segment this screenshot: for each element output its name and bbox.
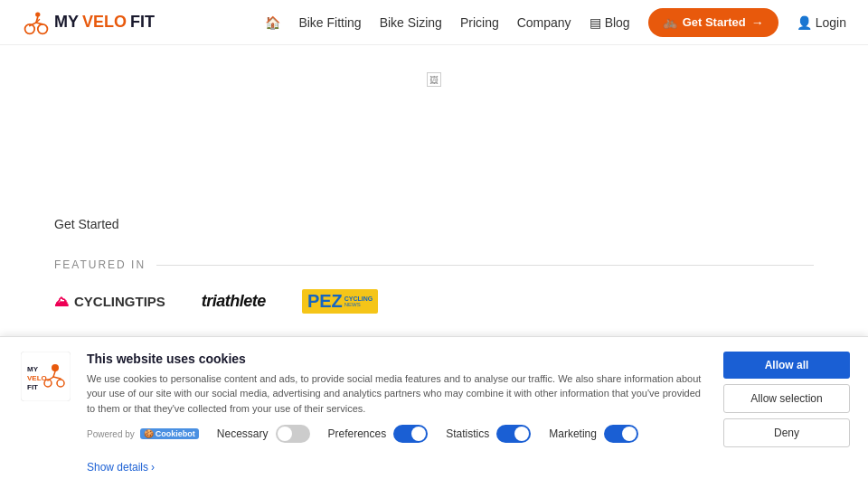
nav-links: 🏠 Bike Fitting Bike Sizing Pricing Compa… [265, 8, 846, 37]
marketing-toggle[interactable] [604, 425, 638, 443]
statistics-toggle[interactable] [496, 425, 531, 443]
cookiebot-icon: 🍪 [144, 429, 154, 438]
nav-company[interactable]: Company [517, 15, 571, 30]
featured-divider [156, 265, 814, 266]
hero-broken-image: 🖼 [427, 72, 441, 87]
ct-icon: ⛰ [54, 294, 69, 310]
show-details-link[interactable]: Show details › [87, 461, 155, 474]
triathlete-text: triathlete [202, 292, 266, 310]
logo-fit: FIT [130, 13, 155, 32]
main-content: 🖼 Get Started FEATURED IN ⛰ CYCLINGTIPS … [0, 45, 868, 332]
statistics-label: Statistics [446, 427, 489, 440]
show-details-arrow: › [151, 461, 155, 474]
featured-logos: ⛰ CYCLINGTIPS triathlete PEZ CYCLING NEW… [54, 289, 814, 314]
necessary-label: Necessary [217, 427, 269, 440]
login-link[interactable]: 👤 Login [797, 15, 846, 30]
get-started-button[interactable]: 🚲 Get Started → [648, 8, 778, 37]
logo-my: MY [54, 13, 79, 32]
cookie-logo: MY VELO FIT [18, 352, 72, 401]
nav-blog[interactable]: ▤ Blog [590, 15, 630, 30]
hero-image-area: 🖼 [54, 63, 814, 208]
cookie-logo-svg: MY VELO FIT [21, 352, 71, 401]
pez-cycling-wrap: CYCLING NEWS [344, 296, 373, 307]
marketing-knob [622, 427, 637, 441]
get-started-text: Get Started [54, 217, 814, 231]
show-details-text: Show details [87, 461, 148, 474]
necessary-toggle-group: Necessary [217, 425, 310, 443]
featured-label: FEATURED IN [54, 258, 146, 271]
cookie-buttons: Allow all Allow selection Deny [723, 352, 850, 447]
preferences-toggle-group: Preferences [328, 425, 429, 443]
featured-header: FEATURED IN [54, 258, 814, 271]
nav-bike-fitting[interactable]: Bike Fitting [298, 15, 361, 30]
user-icon: 👤 [797, 15, 812, 30]
cookie-content: This website uses cookies We use cookies… [87, 352, 709, 474]
arrow-icon: → [751, 15, 764, 30]
logo-velo: VELO [82, 13, 127, 32]
site-logo[interactable]: MYVELOFIT [22, 8, 155, 37]
marketing-toggle-group: Marketing [549, 425, 638, 443]
cookiebot-powered: Powered by 🍪 Cookiebot [87, 428, 199, 439]
allow-selection-button[interactable]: Allow selection [723, 384, 850, 413]
nav-pricing[interactable]: Pricing [460, 15, 499, 30]
pez-text: PEZ [307, 291, 343, 312]
cookiebot-badge: 🍪 Cookiebot [140, 428, 199, 439]
cyclingtips-text: CYCLINGTIPS [74, 294, 165, 309]
marketing-label: Marketing [549, 427, 597, 440]
cookie-banner: MY VELO FIT This website uses cookies We… [0, 336, 868, 489]
svg-text:MY: MY [27, 365, 39, 373]
deny-button[interactable]: Deny [723, 418, 850, 447]
svg-text:VELO: VELO [27, 374, 47, 382]
necessary-toggle[interactable] [276, 425, 310, 443]
navigation: MYVELOFIT 🏠 Bike Fitting Bike Sizing Pri… [0, 0, 868, 45]
bike-icon: 🚲 [663, 15, 677, 29]
nav-home[interactable]: 🏠 [265, 15, 280, 30]
pez-news-text: NEWS [344, 302, 373, 307]
allow-all-button[interactable]: Allow all [723, 352, 850, 379]
cyclingtips-logo: ⛰ CYCLINGTIPS [54, 294, 165, 310]
necessary-knob [278, 427, 292, 441]
preferences-knob [411, 427, 426, 441]
blog-icon: ▤ [590, 15, 601, 30]
statistics-knob [514, 427, 529, 441]
preferences-toggle[interactable] [393, 425, 428, 443]
triathlete-logo: triathlete [202, 292, 266, 311]
statistics-toggle-group: Statistics [446, 425, 531, 443]
pez-logo: PEZ CYCLING NEWS [302, 289, 378, 314]
preferences-label: Preferences [328, 427, 387, 440]
svg-point-1 [38, 23, 48, 33]
svg-point-7 [52, 364, 59, 371]
svg-text:FIT: FIT [27, 383, 38, 391]
pez-cycling-text: CYCLING [344, 296, 373, 302]
nav-bike-sizing[interactable]: Bike Sizing [380, 15, 442, 30]
cookie-body: We use cookies to personalise content an… [87, 371, 709, 417]
home-icon: 🏠 [265, 15, 280, 30]
cookie-title: This website uses cookies [87, 352, 709, 366]
powered-by-label: Powered by [87, 429, 135, 439]
featured-section: FEATURED IN ⛰ CYCLINGTIPS triathlete PEZ… [54, 258, 814, 314]
